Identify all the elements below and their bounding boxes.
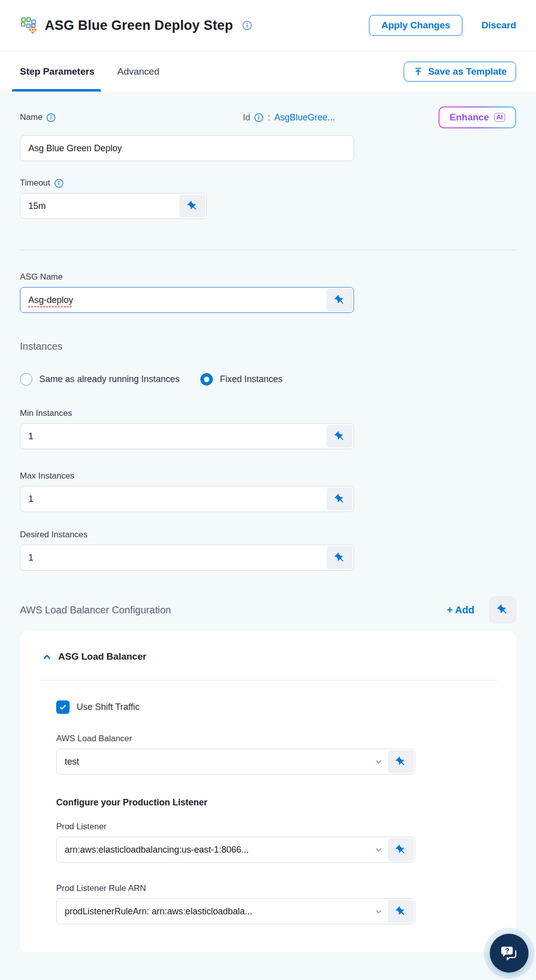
desired-instances-label: Desired Instances: [20, 530, 516, 540]
aws-load-balancer-pin-toggle[interactable]: [388, 750, 414, 773]
instances-heading: Instances: [20, 341, 516, 352]
min-instances-pin-toggle[interactable]: [327, 425, 353, 448]
radio-same-as-running[interactable]: [20, 373, 32, 386]
pin-icon: [334, 552, 346, 564]
id-colon: :: [268, 112, 270, 123]
aws-load-balancer-select[interactable]: test: [56, 749, 415, 775]
ai-badge: AI: [494, 113, 506, 122]
timeout-pin-toggle[interactable]: [179, 195, 205, 217]
step-id-group: Id : AsgBlueGree...: [243, 112, 335, 123]
pin-icon: [497, 604, 509, 616]
radio-same-as-running-label[interactable]: Same as already running Instances: [39, 374, 179, 385]
use-shift-traffic-row: Use Shift Traffic: [56, 700, 497, 714]
asg-name-input-value[interactable]: Asg-deploy: [20, 288, 326, 312]
name-label: Name: [20, 112, 42, 122]
pin-icon: [395, 756, 407, 768]
name-id-row: Name Id : AsgBlueGree... Enhance AI: [20, 104, 516, 130]
enhance-ai-button-inner: Enhance AI: [440, 107, 515, 127]
prod-listener-rule-label: Prod Listener Rule ARN: [56, 883, 497, 893]
timeout-label: Timeout: [20, 178, 50, 188]
tab-bar: Step Parameters Advanced Save as Templat…: [0, 51, 536, 92]
name-input-value[interactable]: Asg Blue Green Deploy: [20, 136, 354, 161]
apply-changes-button[interactable]: Apply Changes: [369, 15, 462, 36]
max-instances-input[interactable]: 1: [20, 486, 354, 512]
name-input[interactable]: Asg Blue Green Deploy: [20, 135, 354, 161]
pin-icon: [334, 493, 346, 505]
prod-listener-rule-pin-toggle[interactable]: [388, 900, 414, 923]
help-chat-icon: [498, 942, 521, 965]
max-instances-label: Max Instances: [20, 471, 516, 481]
pin-icon: [334, 431, 346, 442]
enhance-label: Enhance: [449, 112, 489, 123]
lb-config-actions: + Add: [447, 596, 516, 623]
page-title: ASG Blue Green Deploy Step: [45, 18, 233, 33]
chevron-down-icon[interactable]: [370, 837, 387, 862]
add-load-balancer-button[interactable]: + Add: [447, 604, 474, 616]
timeout-input-value[interactable]: 15m: [20, 194, 179, 218]
id-info-icon[interactable]: [254, 113, 264, 122]
header-actions: Apply Changes Discard: [369, 15, 516, 36]
pin-icon: [395, 906, 407, 917]
save-as-template-button[interactable]: Save as Template: [404, 62, 516, 82]
tab-advanced[interactable]: Advanced: [117, 51, 160, 92]
chevron-down-icon[interactable]: [370, 899, 387, 924]
timeout-info-icon[interactable]: [54, 179, 64, 188]
prod-listener-rule-value[interactable]: prodListenerRuleArn: arn:aws:elasticload…: [57, 899, 370, 924]
prod-listener-value[interactable]: arn:aws:elasticloadbalancing:us-east-1:8…: [57, 837, 370, 862]
check-icon: [59, 703, 67, 711]
desired-instances-pin-toggle[interactable]: [327, 546, 353, 569]
id-value[interactable]: AsgBlueGree...: [274, 112, 335, 123]
asg-load-balancer-card: ASG Load Balancer Use Shift Traffic AWS …: [20, 631, 516, 952]
asg-name-text: Asg-deploy: [28, 295, 73, 305]
save-as-template-label: Save as Template: [428, 66, 507, 77]
min-instances-input[interactable]: 1: [20, 423, 354, 449]
asg-load-balancer-collapse[interactable]: ASG Load Balancer: [39, 651, 497, 662]
asg-name-label: ASG Name: [20, 272, 516, 282]
step-parameters-form: Name Id : AsgBlueGree... Enhance AI Asg …: [0, 92, 536, 952]
max-instances-value[interactable]: 1: [20, 487, 326, 511]
prod-listener-section-title: Configure your Production Listener: [56, 797, 497, 808]
min-instances-value[interactable]: 1: [20, 424, 326, 449]
max-instances-pin-toggle[interactable]: [327, 488, 353, 510]
timeout-label-group: Timeout: [20, 178, 516, 188]
help-chat-button[interactable]: [490, 934, 529, 973]
asg-load-balancer-title: ASG Load Balancer: [58, 651, 146, 662]
chevron-down-icon[interactable]: [370, 749, 387, 774]
use-shift-traffic-label[interactable]: Use Shift Traffic: [77, 702, 140, 712]
discard-button[interactable]: Discard: [481, 20, 516, 31]
chevron-up-icon: [42, 652, 52, 662]
step-config-panel: ASG Blue Green Deploy Step Apply Changes…: [0, 0, 536, 980]
radio-fixed-instances-label[interactable]: Fixed Instances: [220, 374, 282, 385]
prod-listener-rule-select[interactable]: prodListenerRuleArn: arn:aws:elasticload…: [56, 898, 415, 924]
radio-fixed-instances[interactable]: [200, 373, 213, 386]
pin-icon: [395, 844, 407, 856]
asg-blue-green-step-icon: [20, 16, 38, 34]
desired-instances-input[interactable]: 1: [20, 545, 354, 571]
enhance-ai-button[interactable]: Enhance AI: [439, 106, 516, 128]
lb-config-heading: AWS Load Balancer Configuration: [20, 604, 171, 616]
pin-icon: [334, 294, 346, 306]
aws-load-balancer-value[interactable]: test: [57, 749, 370, 774]
use-shift-traffic-checkbox[interactable]: [56, 700, 70, 714]
name-label-group: Name: [20, 112, 56, 122]
asg-name-input[interactable]: Asg-deploy: [20, 287, 354, 313]
id-label: Id: [243, 112, 250, 123]
prod-listener-pin-toggle[interactable]: [388, 838, 414, 861]
desired-instances-value[interactable]: 1: [20, 545, 326, 570]
min-instances-label: Min Instances: [20, 408, 516, 418]
asg-name-pin-toggle[interactable]: [327, 289, 353, 311]
load-balancer-fields: Use Shift Traffic AWS Load Balancer test…: [56, 700, 497, 924]
panel-header: ASG Blue Green Deploy Step Apply Changes…: [0, 0, 536, 51]
pin-icon: [187, 200, 198, 212]
tab-step-parameters[interactable]: Step Parameters: [20, 51, 94, 92]
header-title-group: ASG Blue Green Deploy Step: [20, 16, 252, 34]
timeout-input[interactable]: 15m: [20, 193, 207, 219]
lb-config-pin-toggle[interactable]: [489, 596, 516, 623]
aws-load-balancer-label: AWS Load Balancer: [56, 734, 497, 744]
title-info-icon[interactable]: [242, 20, 252, 30]
prod-listener-select[interactable]: arn:aws:elasticloadbalancing:us-east-1:8…: [56, 837, 415, 863]
prod-listener-label: Prod Listener: [56, 822, 497, 832]
section-divider: [20, 250, 516, 250]
name-info-icon[interactable]: [46, 113, 56, 122]
upload-icon: [413, 67, 423, 77]
